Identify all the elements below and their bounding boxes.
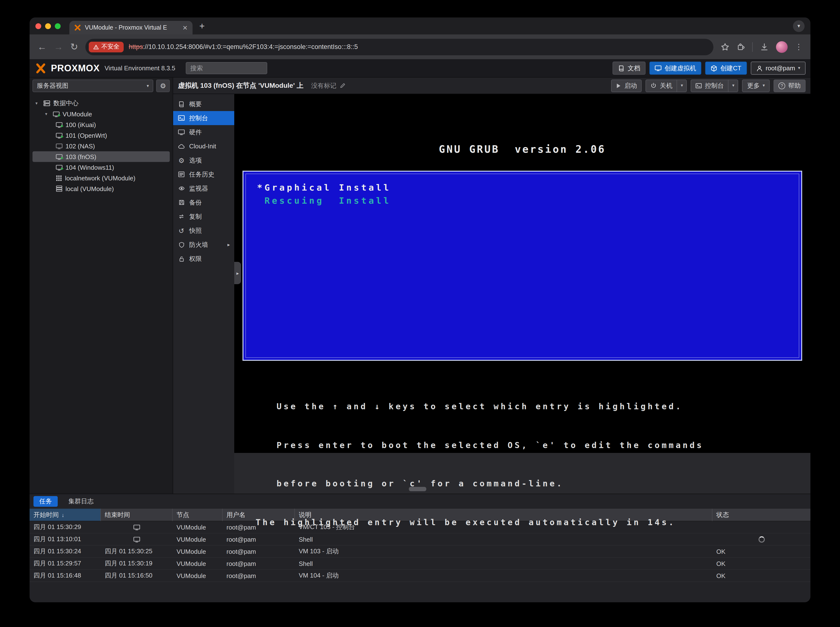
- task-row[interactable]: 四月 01 15:29:57 四月 01 15:30:19 VUModule r…: [30, 558, 810, 570]
- browser-menu-icon[interactable]: ⋮: [795, 43, 803, 51]
- fullscreen-window-button[interactable]: [55, 23, 61, 29]
- vm-menu-console[interactable]: 控制台: [173, 111, 234, 125]
- cell-user: root@pam: [222, 558, 295, 570]
- vm-action-buttons: 启动 关机 ▾: [611, 79, 805, 92]
- vm-menu-options[interactable]: ⚙ 选项: [173, 153, 234, 167]
- browser-window: VUModule - Proxmox Virtual E ✕ + ▾ ← → ↻…: [30, 17, 810, 602]
- back-icon[interactable]: ←: [37, 42, 47, 51]
- shutdown-menu-button[interactable]: ▾: [677, 79, 687, 92]
- tree-item-sdn-localnetwork[interactable]: localnetwork (VUModule): [33, 173, 170, 183]
- cell-description: VM 104 - 启动: [295, 570, 712, 582]
- column-status[interactable]: 状态: [712, 509, 810, 521]
- vm-menu-label: 监视器: [189, 184, 208, 193]
- vm-menu-cloudinit[interactable]: Cloud-Init: [173, 139, 234, 153]
- tree-item-vm-101[interactable]: 101 (OpenWrt): [33, 130, 170, 141]
- security-badge[interactable]: 不安全: [89, 41, 124, 52]
- documentation-button[interactable]: 文档: [613, 61, 646, 75]
- content-body: 概要 控制台 硬件: [173, 94, 810, 494]
- cell-node: VUModule: [173, 545, 222, 558]
- tree-item-node-vumodule[interactable]: ▾ VUModule: [33, 109, 170, 119]
- new-tab-button[interactable]: +: [199, 20, 205, 31]
- console-button[interactable]: 控制台: [691, 79, 729, 92]
- address-bar[interactable]: 不安全 https://10.10.10.254:8006/#v1:0:=qem…: [85, 39, 714, 55]
- security-badge-label: 不安全: [101, 43, 120, 51]
- vm-menu-label: Cloud-Init: [189, 143, 216, 150]
- chevron-down-icon: ▾: [798, 66, 800, 70]
- column-node[interactable]: 节点: [173, 509, 222, 521]
- view-selector[interactable]: 服务器视图 ▾: [33, 80, 153, 92]
- cell-end-time: 四月 01 15:30:25: [101, 545, 173, 558]
- sidebar-settings-button[interactable]: ⚙: [156, 80, 170, 92]
- search-input[interactable]: [186, 62, 268, 74]
- vnc-console-screen[interactable]: GNU GRUB version 2.06 *Graphical Install…: [234, 94, 810, 453]
- panel-collapse-handle[interactable]: ▸: [234, 262, 241, 284]
- vm-icon: [56, 153, 63, 160]
- vm-menu-monitor[interactable]: 监视器: [173, 181, 234, 195]
- tab-search-button[interactable]: ▾: [793, 20, 805, 32]
- profile-avatar[interactable]: [776, 41, 788, 53]
- cell-end-time: 四月 01 15:16:50: [101, 570, 173, 582]
- forward-icon[interactable]: →: [54, 42, 63, 51]
- vm-menu-summary[interactable]: 概要: [173, 97, 234, 111]
- minimize-window-button[interactable]: [45, 23, 51, 29]
- running-indicator-icon: [61, 124, 63, 127]
- column-start-time[interactable]: 开始时间 ↓: [30, 509, 101, 521]
- create-vm-button[interactable]: 创建虚拟机: [649, 61, 701, 75]
- grub-help-line: before booting or `c' for a command-line…: [255, 477, 704, 490]
- vm-menu-replication[interactable]: 复制: [173, 210, 234, 224]
- download-icon[interactable]: [760, 43, 769, 51]
- tab-tasks[interactable]: 任务: [33, 496, 58, 507]
- more-button[interactable]: 更多 ▾: [742, 79, 770, 92]
- help-icon: ?: [779, 82, 785, 89]
- tree-item-vm-102[interactable]: 102 (NAS): [33, 141, 170, 151]
- vm-menu-snapshots[interactable]: ↺ 快照: [173, 224, 234, 238]
- tree-item-storage-local[interactable]: local (VUModule): [33, 183, 170, 194]
- tags-editor[interactable]: 没有标记: [311, 81, 345, 90]
- brand-name: PROXMOX: [51, 63, 100, 74]
- expander-icon[interactable]: ▾: [35, 101, 40, 106]
- chevron-down-icon: ▾: [681, 83, 683, 88]
- shutdown-split-button: 关机 ▾: [646, 79, 687, 92]
- close-tab-icon[interactable]: ✕: [182, 24, 188, 31]
- vm-menu-label: 任务历史: [189, 170, 214, 179]
- user-menu-button[interactable]: root@pam ▾: [750, 61, 805, 75]
- tree-item-label: 101 (OpenWrt): [65, 132, 107, 139]
- cell-status: [712, 533, 810, 545]
- close-window-button[interactable]: [35, 23, 41, 29]
- reload-icon[interactable]: ↻: [70, 42, 78, 51]
- horizontal-scrollbar-thumb[interactable]: [409, 487, 426, 491]
- tab-cluster-log[interactable]: 集群日志: [63, 496, 99, 507]
- expander-icon[interactable]: ▾: [45, 112, 50, 117]
- vm-menu-firewall[interactable]: 防火墙 ▸: [173, 238, 234, 252]
- tree-item-vm-103[interactable]: 103 (fnOS): [33, 151, 170, 162]
- start-button[interactable]: 启动: [611, 79, 642, 92]
- bookmark-star-icon[interactable]: [721, 43, 730, 51]
- tree-item-vm-100[interactable]: 100 (iKuai): [33, 119, 170, 130]
- monitor-icon: [178, 129, 185, 135]
- url-scheme: https: [129, 43, 143, 50]
- tree-item-datacenter[interactable]: ▾ 数据中心: [33, 98, 170, 109]
- workspace: 服务器视图 ▾ ⚙ ▾ 数据中心 ▾: [30, 77, 810, 494]
- storage-icon: [56, 185, 63, 192]
- task-row[interactable]: 四月 01 15:16:48 四月 01 15:16:50 VUModule r…: [30, 570, 810, 582]
- grub-help-line: Press enter to boot the selected OS, `e'…: [255, 439, 704, 451]
- vm-menu-task-history[interactable]: 任务历史: [173, 167, 234, 181]
- vm-icon: [56, 143, 63, 149]
- vm-menu-hardware[interactable]: 硬件: [173, 125, 234, 139]
- vm-menu-backup[interactable]: 备份: [173, 195, 234, 210]
- column-end-time[interactable]: 结束时间: [101, 509, 173, 521]
- console-label: 控制台: [705, 81, 724, 90]
- shutdown-button[interactable]: 关机: [646, 79, 677, 92]
- browser-tab[interactable]: VUModule - Proxmox Virtual E ✕: [69, 21, 192, 35]
- column-label: 用户名: [227, 510, 246, 519]
- extensions-icon[interactable]: [737, 43, 745, 51]
- shutdown-label: 关机: [660, 81, 673, 90]
- create-ct-button[interactable]: 创建CT: [705, 61, 747, 75]
- vm-menu-permissions[interactable]: 权限: [173, 252, 234, 266]
- tree-item-vm-104[interactable]: 104 (Windows11): [33, 162, 170, 173]
- cell-end-time: [101, 533, 173, 545]
- pencil-icon: [339, 82, 345, 89]
- console-menu-button[interactable]: ▾: [729, 79, 738, 92]
- grub-menu-box: *Graphical Install Rescuing Install: [243, 171, 802, 361]
- help-button[interactable]: ? 帮助: [774, 79, 805, 92]
